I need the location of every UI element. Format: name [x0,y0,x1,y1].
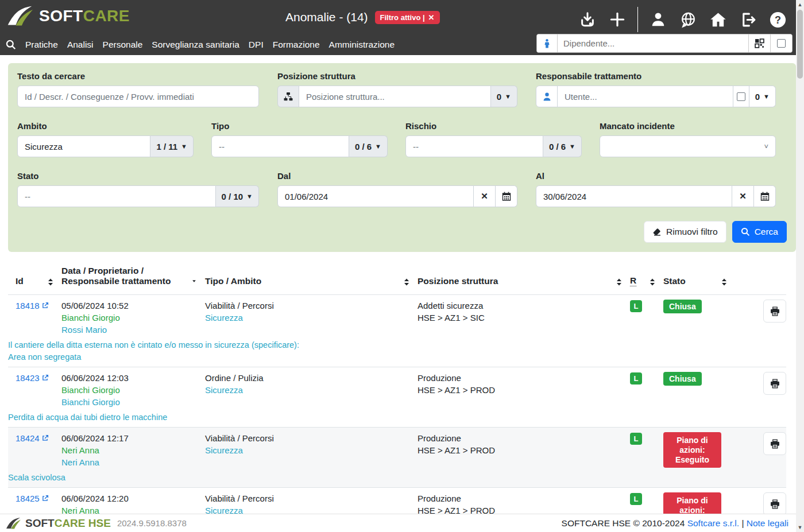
active-filter-badge[interactable]: Filtro attivo | ✕ [375,11,440,24]
user-icon[interactable] [648,9,668,30]
header-tipo-ambito[interactable]: Tipo / Ambito [198,276,410,286]
close-icon[interactable]: ✕ [428,13,435,22]
stato-input[interactable] [18,192,215,201]
eraser-icon [652,227,662,236]
filter-testo-label: Testo da cercare [17,71,259,81]
row-responsible: Rossi Mario [61,324,198,336]
sort-icon[interactable] [721,278,728,286]
row-ambito: Sicurezza [205,384,410,396]
rischio-count-dropdown[interactable]: 0 / 6▼ [543,135,582,157]
date-to-clear-button[interactable]: ✕ [732,185,754,207]
scroll-down-arrow[interactable]: ▼ [796,523,804,532]
header-r[interactable]: R [623,275,656,286]
nav-item-analisi[interactable]: Analisi [67,40,94,50]
header-posizione-struttura[interactable]: Posizione struttura [410,276,623,286]
date-to-input[interactable] [536,192,732,201]
rischio-count: 0 / 6 [549,142,566,152]
header-stato[interactable]: Stato [656,276,728,286]
responsabile-count: 0 [755,92,760,102]
company-link[interactable]: Softcare s.r.l. [687,518,739,528]
print-button[interactable] [763,372,786,395]
sitemap-icon [277,86,299,107]
text-search-input[interactable] [18,92,258,102]
nav-item-amministrazione[interactable]: Amministrazione [329,40,395,50]
nav-item-pratiche[interactable]: Pratiche [25,40,58,50]
legal-notes-link[interactable]: Note legali [747,518,788,528]
tipo-input[interactable] [212,142,349,152]
row-id-link[interactable]: 18424 [16,432,49,444]
employee-search-input[interactable] [558,34,748,52]
sort-icon[interactable] [649,278,656,286]
print-button[interactable] [763,492,786,515]
anomalies-table: Id Data / Proprietario /Responsabile tra… [8,263,786,532]
date-from-calendar-button[interactable] [496,185,517,207]
filter-stato-label: Stato [17,171,259,181]
status-badge: Chiusa [663,372,702,386]
search-icon [741,227,750,236]
qr-code-button[interactable] [748,34,770,52]
add-icon[interactable] [608,9,627,30]
row-posizione: Produzione [418,432,623,444]
sort-desc-icon[interactable] [191,279,198,285]
caret-down-icon: ▼ [569,143,575,150]
row-id-link[interactable]: 18418 [16,300,49,312]
date-from-input[interactable] [278,192,473,201]
ambito-count: 1 / 11 [156,142,177,152]
mancato-incidente-select[interactable]: ˅ [600,135,776,157]
filter-tipo-label: Tipo [211,121,388,131]
date-to-calendar-button[interactable] [754,185,776,207]
ambito-input[interactable] [18,142,150,152]
scrollbar-thumb[interactable] [797,10,803,79]
filter-testo: Testo da cercare [17,71,259,107]
row-description: Il cantiere della ditta esterna non è ci… [8,339,786,363]
posizione-struttura-input[interactable] [299,92,490,102]
download-icon[interactable] [578,9,597,30]
search-button[interactable]: Cerca [732,221,787,243]
print-button[interactable] [763,432,786,455]
ambito-count-dropdown[interactable]: 1 / 11▼ [150,135,194,157]
search-icon[interactable] [6,40,16,50]
date-from-clear-button[interactable]: ✕ [474,185,496,207]
nav-item-formazione[interactable]: Formazione [273,40,320,50]
row-description: Scala scivolosa [8,472,786,484]
remove-filter-button[interactable]: Rimuovi filtro [644,221,726,243]
nav-item-dpi[interactable]: DPI [249,40,264,50]
filter-tipo: Tipo 0 / 6▼ [211,121,388,157]
scroll-up-arrow[interactable]: ▲ [796,0,804,9]
row-ambito: Sicurezza [205,312,410,324]
sort-icon[interactable] [47,278,54,286]
nav-item-personale[interactable]: Personale [103,40,143,50]
row-owner: Bianchi Giorgio [61,384,198,396]
checkbox-button[interactable] [770,34,792,52]
logout-icon[interactable] [738,9,757,30]
row-id-link[interactable]: 18425 [16,492,49,504]
print-button[interactable] [763,300,786,323]
tipo-count-dropdown[interactable]: 0 / 6▼ [349,135,388,157]
printer-icon [770,306,780,316]
header-data-proprietario[interactable]: Data / Proprietario /Responsabile tratta… [54,266,198,286]
row-id-link[interactable]: 18423 [16,372,49,384]
sort-icon[interactable] [616,278,623,286]
language-chat-icon[interactable] [678,9,698,30]
row-tipo: Viabilità / Percorsi [205,432,410,444]
responsabile-user-input[interactable] [558,92,733,102]
rischio-input[interactable] [406,142,543,152]
help-icon[interactable]: ? [768,9,787,30]
filter-ambito-label: Ambito [17,121,194,131]
caret-down-icon: ▼ [246,193,253,200]
sort-icon[interactable] [403,278,410,286]
filter-stato: Stato 0 / 10▼ [17,171,259,207]
posizione-count-dropdown[interactable]: 0▼ [491,86,517,107]
header-id[interactable]: Id [8,276,54,286]
responsabile-count-dropdown[interactable]: 0▼ [749,86,776,107]
r-badge: L [630,433,642,445]
nav-item-sorveglianza-sanitaria[interactable]: Sorveglianza sanitaria [152,40,239,50]
home-icon[interactable] [708,9,728,30]
app-logo[interactable]: SOFTCARE [7,5,130,28]
row-owner: Neri Anna [61,444,198,456]
brand-soft: SOFT [25,517,55,529]
responsabile-checkbox[interactable] [733,86,749,107]
scrollbar[interactable]: ▲ ▼ [796,0,804,532]
caret-down-icon: ▼ [375,143,381,150]
stato-count-dropdown[interactable]: 0 / 10▼ [216,185,259,207]
